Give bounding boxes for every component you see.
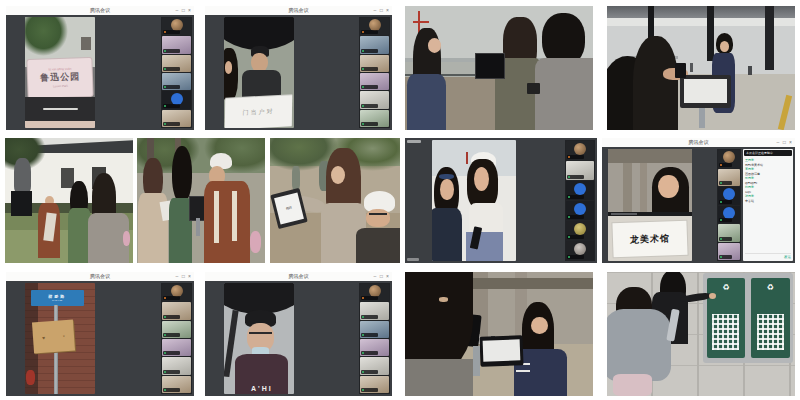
board-screen	[483, 339, 520, 362]
participant-name-bar	[163, 333, 180, 337]
participant-name-bar	[719, 181, 732, 185]
participant-name-bar	[361, 85, 378, 89]
friend2-face	[474, 167, 489, 191]
sleeve-stripe	[516, 370, 530, 372]
participant-avatar	[574, 203, 586, 215]
participant-tile	[360, 284, 389, 301]
antenna	[466, 152, 468, 164]
main-video-umbrella: 门当户对	[224, 17, 294, 128]
sweater-letters: A'HI	[251, 385, 273, 394]
participant-tile	[360, 110, 389, 127]
foreground-head	[633, 36, 678, 130]
watermark-overlay	[407, 258, 419, 261]
crane-arm	[413, 21, 430, 23]
photo-statue-courtyard[interactable]	[5, 138, 133, 263]
participant-name-bar	[719, 255, 732, 259]
mic-icon	[362, 123, 364, 125]
mic-icon	[164, 334, 166, 336]
meeting-body: lǔ xùn gōng yuán 鲁迅公园 Luxun Park	[6, 15, 194, 130]
participant-strip	[161, 17, 192, 128]
participant-tile	[162, 284, 191, 301]
mic-icon	[164, 297, 166, 299]
mic-icon	[568, 256, 570, 258]
photo-museum-filming[interactable]	[405, 272, 593, 396]
window-controls-icons: – □ ×	[374, 6, 391, 15]
recycle-bin: ♻	[751, 278, 790, 358]
road-line	[778, 95, 792, 130]
meeting-screenshot-umbrella-man[interactable]: 腾讯会议 – □ × 门当户对	[205, 6, 392, 130]
participant-tile	[162, 55, 191, 72]
participant-avatar	[723, 188, 735, 200]
photo-recycling-bins[interactable]: ♻ ♻	[607, 272, 795, 396]
participant-tile	[360, 91, 389, 108]
meeting-screenshot-long-museum[interactable]: 腾讯会议 – □ × 龙美术馆	[602, 138, 795, 263]
photo-tablet-handover[interactable]: 梅园	[270, 138, 400, 263]
foreground-shoulder	[405, 359, 473, 396]
tablet: 梅园	[270, 187, 307, 228]
participant-tile	[162, 302, 191, 319]
app-title: 腾讯会议	[90, 8, 110, 13]
mic-icon	[362, 68, 364, 70]
hand-edge	[25, 121, 95, 128]
tablet-screen-text: 梅园	[285, 205, 292, 210]
photo-group-tablet[interactable]	[137, 138, 265, 263]
mic-icon	[362, 371, 364, 373]
meeting-body: 门当户对	[205, 15, 392, 130]
participant-tile	[566, 221, 594, 240]
photo-riverside-interview[interactable]	[405, 6, 593, 130]
rust-sweater-person	[204, 181, 250, 264]
love-postbox: ♥ ♥	[32, 319, 75, 353]
statue-small	[292, 166, 300, 191]
photo-plaza-filming[interactable]	[607, 6, 795, 130]
participant-strip	[717, 149, 741, 261]
mic-icon	[720, 256, 722, 258]
participant-name-bar	[361, 351, 378, 355]
participant-name-bar	[163, 104, 180, 108]
tablet-on-gimbal	[680, 75, 731, 107]
mic-icon	[164, 31, 166, 33]
send-button[interactable]: 发送	[745, 253, 791, 260]
participant-tile	[566, 241, 594, 260]
park-sign-subtitle: Luxun Park	[53, 84, 68, 89]
main-video-tianai: 甜爱路 TIAN'AI RD ♥ ♥	[25, 283, 95, 394]
participant-name-bar	[361, 30, 378, 34]
mic-icon	[568, 216, 570, 218]
column	[640, 162, 648, 212]
participant-name-bar	[163, 388, 180, 392]
participant-avatar	[574, 183, 586, 195]
bin-label-grid	[757, 314, 784, 350]
participant-avatar	[574, 243, 586, 255]
window-controls-icons: – □ ×	[777, 138, 794, 147]
participant-name-bar	[163, 49, 180, 53]
face	[366, 209, 389, 227]
meeting-screenshot-bucket-hat[interactable]: 腾讯会议 – □ × A'HI	[205, 272, 392, 396]
meeting-screenshot-two-friends[interactable]	[405, 138, 597, 263]
participant-avatar	[723, 151, 735, 163]
mic-icon	[362, 31, 364, 33]
chat-message: 李同学画面很清楚	[743, 167, 793, 176]
meeting-screenshot-luxun-park[interactable]: 腾讯会议 – □ × lǔ xùn gōng yuán 鲁迅公园 Luxun P…	[6, 6, 194, 130]
friend1-shirt	[432, 208, 462, 261]
window-controls-icons: – □ ×	[176, 272, 193, 281]
participant-name-bar	[567, 155, 584, 159]
mic-icon	[164, 50, 166, 52]
participant-strip	[565, 140, 595, 261]
participant-name-bar	[163, 296, 180, 300]
pink-pants	[613, 374, 652, 396]
participant-tile	[718, 150, 740, 168]
participant-tile	[162, 110, 191, 127]
participant-tile	[718, 206, 740, 224]
statue-pedestal	[11, 191, 31, 216]
pillar	[707, 6, 715, 61]
main-video-friends	[432, 140, 516, 261]
mic-icon	[568, 196, 570, 198]
chat-messages: 王同学已到龙美术馆 李同学画面很清楚 陈同学收到收到 刘同学好的 张同学辛苦啦	[743, 158, 793, 253]
participant-tile	[162, 357, 191, 374]
mic-icon	[568, 156, 570, 158]
meeting-screenshot-tianai-road[interactable]: 腾讯会议 – □ × 甜爱路 TIAN'AI RD ♥ ♥	[6, 272, 194, 396]
pillar	[765, 6, 774, 70]
recording-toast: 本次会议正在录制中	[744, 150, 792, 156]
mic-icon	[362, 86, 364, 88]
mic-icon	[164, 105, 166, 107]
shoulder	[356, 228, 400, 263]
